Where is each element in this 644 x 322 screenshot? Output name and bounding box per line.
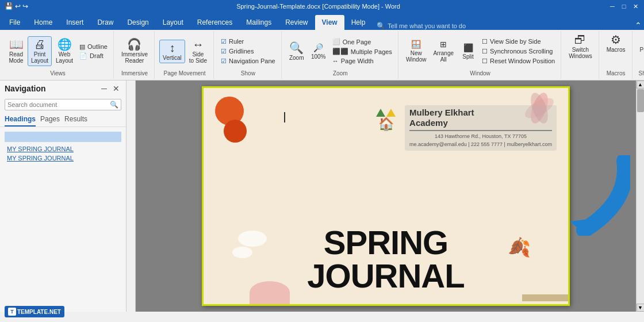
multiple-pages-label: Multiple Pages (351, 48, 392, 55)
immersive-reader-icon: 🎧 (127, 39, 141, 50)
maximize-button[interactable]: □ (620, 2, 628, 10)
tab-insert[interactable]: Insert (59, 15, 90, 30)
nav-search-box[interactable]: 🔍 (5, 99, 121, 110)
ribbon-group-window: 🪟 NewWindow ⊞ ArrangeAll ⬛ Split ☐ View … (400, 31, 561, 79)
tab-help[interactable]: Help (344, 15, 373, 30)
view-side-by-side-button[interactable]: ☐ View Side by Side (480, 37, 557, 46)
spring-journal-text: SPRING JOURNAL (307, 226, 464, 293)
multiple-pages-button[interactable]: ⬛⬛ Multiple Pages (330, 47, 394, 56)
ribbon-group-sharepoint: 🔷 Properties SharePoint (634, 31, 644, 79)
nav-tab-headings[interactable]: Headings (5, 115, 36, 126)
macros-group-label: Macros (607, 70, 626, 78)
side-to-side-icon: ↔ (192, 39, 204, 50)
tab-draw[interactable]: Draw (90, 15, 120, 30)
print-layout-icon: 🖨 (34, 39, 45, 50)
split-icon: ⬛ (463, 43, 473, 52)
ribbon-group-views: 📖 ReadMode 🖨 PrintLayout 🌐 WebLayout ▤ O… (2, 31, 114, 79)
nav-heading-item-2[interactable]: MY SPRING JOURNAL (5, 154, 121, 163)
scroll-down-button[interactable]: ▼ (637, 304, 645, 312)
nav-heading-item-1[interactable]: MY SPRING JOURNAL (5, 144, 121, 154)
nav-tab-results[interactable]: Results (64, 115, 87, 126)
nav-panel-controls: ─ ✕ (99, 84, 121, 93)
navigation-pane-checkbox[interactable]: ☑ Navigation Pane (218, 57, 278, 66)
page-width-button[interactable]: ↔ Page Width (330, 57, 394, 65)
template-t-icon: T (8, 308, 16, 316)
page-width-label: Page Width (341, 57, 374, 64)
properties-button[interactable]: 🔷 Properties (637, 32, 644, 55)
views-group-label: Views (50, 70, 66, 78)
draft-button[interactable]: 📄 Draft (77, 52, 110, 60)
side-to-side-button[interactable]: ↔ Sideto Side (186, 37, 210, 66)
nav-search-input[interactable] (7, 101, 110, 108)
gridlines-checkbox[interactable]: ☑ Gridlines (218, 47, 278, 56)
text-cursor (284, 112, 285, 122)
tab-view[interactable]: View (315, 15, 344, 30)
ribbon: 📖 ReadMode 🖨 PrintLayout 🌐 WebLayout ▤ O… (0, 30, 644, 80)
macros-button[interactable]: ⚙ Macros (604, 32, 628, 55)
tab-mailings[interactable]: Mailings (239, 15, 278, 30)
page-movement-group-label: Page Movement (164, 70, 206, 78)
quick-access-toolbar: 💾 ↩ ↪ (5, 2, 28, 10)
zoom-group-label: Zoom (333, 70, 348, 78)
views-buttons: 📖 ReadMode 🖨 PrintLayout 🌐 WebLayout ▤ O… (6, 32, 110, 70)
window-title: Spring-Journal-Template.docx [Compatibil… (28, 3, 608, 10)
zoom-100-icon: 🔎 (313, 43, 323, 52)
sync-scrolling-label: Synchronous Scrolling (490, 48, 553, 55)
tab-home[interactable]: Home (27, 15, 59, 30)
close-button[interactable]: ✕ (631, 2, 639, 10)
tab-layout[interactable]: Layout (156, 15, 190, 30)
web-layout-button[interactable]: 🌐 WebLayout (53, 37, 76, 66)
one-page-button[interactable]: ⬜ One Page (330, 37, 394, 46)
new-window-icon: 🪟 (411, 40, 421, 49)
scroll-track[interactable] (637, 89, 644, 304)
tab-design[interactable]: Design (120, 15, 155, 30)
scroll-thumb[interactable] (637, 89, 644, 112)
print-layout-button[interactable]: 🖨 PrintLayout (28, 36, 52, 66)
vertical-button[interactable]: ↕ Vertical (159, 40, 185, 63)
document-area[interactable]: 🏠 Mulbery Elkhart Academy 143 Hawthorne … (136, 80, 636, 312)
arrange-all-button[interactable]: ⊞ ArrangeAll (430, 38, 457, 64)
switch-windows-button[interactable]: 🗗 SwitchWindows (566, 32, 595, 61)
tab-references[interactable]: References (190, 15, 239, 30)
zoom-100-button[interactable]: 🔎 100% (308, 41, 329, 62)
tab-review[interactable]: Review (278, 15, 315, 30)
split-button[interactable]: ⬛ Split (458, 41, 478, 62)
window-group-label: Window (470, 70, 490, 78)
nav-minimize-button[interactable]: ─ (99, 84, 109, 93)
school-contact: me.academy@email.edu | 222 555 7777 | mu… (409, 141, 552, 149)
tab-file[interactable]: File (2, 15, 27, 30)
immersive-reader-button[interactable]: 🎧 ImmersiveReader (118, 37, 151, 66)
zoom-buttons: 🔍 Zoom 🔎 100% ⬜ One Page ⬛⬛ Multiple Pag… (286, 32, 394, 70)
school-address: 143 Hawthorne Rd., Houston, TX 77705 (409, 133, 552, 141)
one-page-label: One Page (343, 39, 371, 45)
nav-heading-bar (5, 132, 121, 142)
macros-icon: ⚙ (611, 34, 621, 45)
outline-button[interactable]: ▤ Outline (77, 43, 110, 51)
redo-icon[interactable]: ↪ (22, 2, 28, 10)
reset-window-position-button[interactable]: ☐ Reset Window Position (480, 57, 557, 66)
title-bar-left: 💾 ↩ ↪ (5, 2, 28, 10)
template-net-text: TEMPLATE.NET (17, 309, 61, 315)
new-window-button[interactable]: 🪟 NewWindow (403, 38, 430, 64)
save-icon[interactable]: 💾 (5, 2, 13, 10)
ribbon-group-switch-windows: 🗗 SwitchWindows (562, 31, 599, 79)
nav-search-icon[interactable]: 🔍 (110, 101, 118, 109)
scroll-up-button[interactable]: ▲ (637, 80, 645, 89)
synchronous-scrolling-button[interactable]: ☐ Synchronous Scrolling (480, 47, 557, 56)
nav-close-button[interactable]: ✕ (111, 84, 121, 93)
deco-pink-bottom (250, 281, 290, 304)
right-scrollbar[interactable]: ▲ ▼ (636, 80, 644, 312)
minimize-button[interactable]: ─ (608, 2, 616, 10)
ribbon-collapse-icon[interactable]: ⌃ (635, 21, 642, 30)
read-mode-button[interactable]: 📖 ReadMode (6, 37, 26, 66)
ribbon-group-immersive: 🎧 ImmersiveReader Immersive (115, 31, 155, 79)
undo-icon[interactable]: ↩ (15, 2, 21, 10)
title-bar: 💾 ↩ ↪ Spring-Journal-Template.docx [Comp… (0, 0, 644, 13)
nav-panel-header: Navigation ─ ✕ (0, 80, 126, 97)
zoom-button[interactable]: 🔍 Zoom (286, 40, 307, 63)
ribbon-search-placeholder[interactable]: Tell me what you want to do (388, 22, 466, 29)
logo-tri-green (376, 109, 385, 117)
nav-tab-pages[interactable]: Pages (40, 115, 60, 126)
ruler-checkbox[interactable]: ☑ Ruler (218, 37, 278, 46)
deco-white-shape-2 (232, 247, 252, 258)
